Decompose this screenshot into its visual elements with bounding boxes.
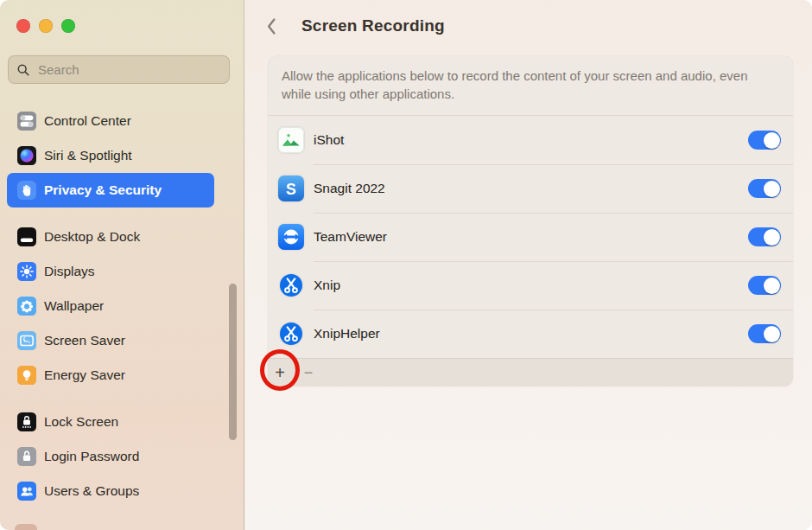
search-icon xyxy=(16,63,30,77)
chevron-left-icon xyxy=(265,16,278,36)
xnip-icon xyxy=(278,272,304,298)
toggle-knob xyxy=(764,181,780,197)
energy-saver-icon xyxy=(17,366,36,385)
app-row: S Snagit 2022 xyxy=(268,164,793,213)
app-name: XnipHelper xyxy=(314,326,380,342)
sidebar-nav: Control Center Siri & Spotlight Privacy … xyxy=(0,104,244,520)
sidebar-item-siri-spotlight[interactable]: Siri & Spotlight xyxy=(7,138,214,173)
sidebar-item-label: Desktop & Dock xyxy=(44,229,140,245)
panel-footer: + − xyxy=(268,358,793,386)
sidebar-item-label: Energy Saver xyxy=(44,367,125,383)
app-row: XnipHelper xyxy=(268,310,793,358)
siri-icon xyxy=(17,146,36,165)
search-input[interactable] xyxy=(36,61,221,78)
back-button[interactable] xyxy=(264,15,280,37)
close-button[interactable] xyxy=(16,19,30,33)
sidebar-item-privacy-security[interactable]: Privacy & Security xyxy=(7,173,214,208)
minimize-button[interactable] xyxy=(39,19,53,33)
privacy-security-icon xyxy=(17,181,36,200)
app-list: iShot S Snagit 2022 xyxy=(268,116,793,358)
toggle-knob xyxy=(764,326,780,342)
xnip-icon xyxy=(278,321,304,347)
sidebar-item-label: Screen Saver xyxy=(44,333,125,348)
app-permission-toggle[interactable] xyxy=(748,276,781,295)
app-name: Xnip xyxy=(314,278,340,293)
app-permission-toggle[interactable] xyxy=(748,131,781,150)
sidebar-group-1: Control Center Siri & Spotlight Privacy … xyxy=(0,104,244,208)
sidebar-item-label: Siri & Spotlight xyxy=(44,148,132,163)
screen-recording-panel: Allow the applications below to record t… xyxy=(268,56,793,386)
sidebar-item-lock-screen[interactable]: Lock Screen xyxy=(7,405,214,439)
desktop-dock-icon xyxy=(17,227,36,246)
add-button[interactable]: + xyxy=(271,361,289,385)
sidebar-item-label: Privacy & Security xyxy=(44,182,162,198)
ishot-icon xyxy=(278,127,304,153)
sidebar-item-screen-saver[interactable]: Screen Saver xyxy=(7,323,214,358)
screen-saver-icon xyxy=(17,331,36,350)
snagit-icon: S xyxy=(278,176,304,201)
sidebar-item-label: Login Password xyxy=(44,449,139,464)
displays-icon xyxy=(17,262,36,281)
traffic-lights xyxy=(16,19,75,33)
sidebar-item-label: Users & Groups xyxy=(44,483,139,499)
svg-text:S: S xyxy=(286,181,296,198)
lock-screen-icon xyxy=(17,412,36,431)
sidebar-item-label: Displays xyxy=(44,264,95,279)
sidebar-item-control-center[interactable]: Control Center xyxy=(7,104,214,138)
page-title: Screen Recording xyxy=(301,16,445,35)
app-row: TeamViewer xyxy=(268,213,793,261)
pane-header: Screen Recording xyxy=(245,12,812,40)
app-permission-toggle[interactable] xyxy=(748,324,781,343)
app-row: iShot xyxy=(268,116,793,164)
sidebar-item-users-groups[interactable]: Users & Groups xyxy=(7,474,214,508)
wallpaper-icon xyxy=(17,297,36,316)
sidebar-item-label: Lock Screen xyxy=(44,414,118,430)
teamviewer-icon xyxy=(278,224,304,250)
partial-sidebar-icon xyxy=(15,524,37,530)
users-groups-icon xyxy=(17,482,36,501)
sidebar-item-label: Control Center xyxy=(44,113,131,129)
sidebar-item-label: Wallpaper xyxy=(44,298,104,314)
screen-recording-pane: Screen Recording Allow the applications … xyxy=(245,0,812,530)
sidebar-item-desktop-dock[interactable]: Desktop & Dock xyxy=(7,220,214,254)
zoom-button[interactable] xyxy=(61,19,75,33)
app-name: iShot xyxy=(314,132,344,148)
sidebar-item-wallpaper[interactable]: Wallpaper xyxy=(7,289,214,323)
sidebar-group-2: Desktop & Dock Displays Wallpaper xyxy=(0,220,244,393)
sidebar-group-3: Lock Screen Login Password Users & Group… xyxy=(0,405,244,508)
panel-description: Allow the applications below to record t… xyxy=(268,56,793,116)
toggle-knob xyxy=(764,278,780,294)
sidebar-item-energy-saver[interactable]: Energy Saver xyxy=(7,358,214,393)
sidebar: Control Center Siri & Spotlight Privacy … xyxy=(0,0,244,530)
app-permission-toggle[interactable] xyxy=(748,227,781,246)
sidebar-item-displays[interactable]: Displays xyxy=(7,254,214,289)
toggle-knob xyxy=(764,132,780,149)
search-field xyxy=(8,55,230,84)
sidebar-scrollbar-thumb[interactable] xyxy=(229,284,237,440)
login-password-icon xyxy=(17,447,36,466)
app-name: TeamViewer xyxy=(314,229,387,245)
app-row: Xnip xyxy=(268,261,793,310)
app-name: Snagit 2022 xyxy=(314,181,385,196)
app-permission-toggle[interactable] xyxy=(748,179,781,198)
remove-button[interactable]: − xyxy=(300,361,317,385)
toggle-knob xyxy=(764,229,780,246)
control-center-icon xyxy=(17,112,36,131)
sidebar-item-login-password[interactable]: Login Password xyxy=(7,439,214,474)
system-settings-window: Control Center Siri & Spotlight Privacy … xyxy=(0,0,812,530)
